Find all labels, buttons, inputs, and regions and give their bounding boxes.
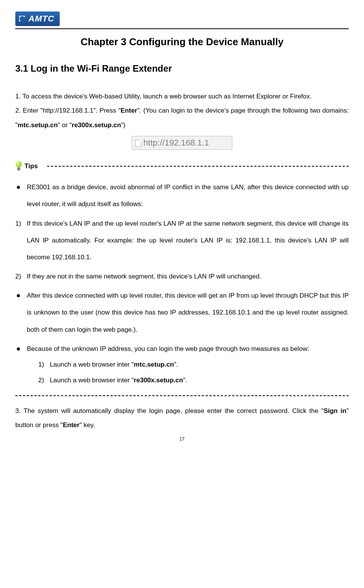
text-fragment: Launch a web browser inter " bbox=[50, 361, 134, 368]
domain-bold: mtc.setup.cn bbox=[134, 361, 174, 368]
list-text: If this device's LAN IP and the up level… bbox=[27, 220, 349, 261]
text-fragment: ") bbox=[121, 121, 126, 129]
list-number: 1) bbox=[38, 357, 44, 372]
numbered-item-1: 1) If this device's LAN IP and the up le… bbox=[15, 215, 349, 266]
brand-logo-text: AMTC bbox=[28, 14, 54, 23]
list-number: 1) bbox=[15, 215, 21, 232]
list-text: Because of the unknown IP address, you c… bbox=[27, 345, 309, 352]
tips-bullet-list: RE3001 as a bridge device, avoid abnorma… bbox=[15, 179, 349, 213]
list-number: 2) bbox=[15, 268, 21, 285]
text-fragment: ". bbox=[174, 361, 178, 368]
enter-keyword: Enter bbox=[63, 421, 79, 429]
tips-label: Tips bbox=[24, 162, 38, 170]
bullet-item-2: After this device connected with up leve… bbox=[15, 287, 349, 338]
chapter-title: Chapter 3 Configuring the Device Manuall… bbox=[15, 36, 349, 48]
paragraph-step-3: 3. The system will automatically display… bbox=[15, 404, 349, 432]
sub-item-1: 1) Launch a web browser inter "mtc.setup… bbox=[38, 357, 349, 372]
header-divider bbox=[15, 28, 349, 29]
bullet-item-3: Because of the unknown IP address, you c… bbox=[15, 341, 349, 388]
text-fragment: " key. bbox=[80, 421, 95, 429]
dashed-divider bbox=[15, 395, 349, 396]
list-number: 2) bbox=[38, 373, 44, 387]
sub-item-2: 2) Launch a web browser inter "re300x.se… bbox=[38, 373, 349, 387]
text-fragment: 3. The system will automatically display… bbox=[15, 407, 323, 414]
tips-header-row: Tips bbox=[15, 161, 349, 171]
tips-numbered-list: 1) If this device's LAN IP and the up le… bbox=[15, 215, 349, 285]
text-fragment: ". bbox=[183, 377, 187, 384]
address-bar-screenshot: http://192.168.1.1 bbox=[15, 136, 349, 150]
text-fragment: " or " bbox=[58, 121, 72, 129]
signin-keyword: Sign in bbox=[323, 407, 346, 414]
text-fragment: Launch a web browser inter " bbox=[50, 377, 134, 384]
lightbulb-icon bbox=[15, 161, 22, 171]
logo-arc-icon bbox=[19, 16, 26, 23]
domain-2: re300x.setup.cn bbox=[72, 121, 121, 129]
domain-bold: re300x.setup.cn bbox=[134, 377, 183, 384]
bullet-item-1: RE3001 as a bridge device, avoid abnorma… bbox=[15, 179, 349, 213]
dashed-line bbox=[47, 166, 349, 167]
paragraph-step-2: 2. Enter "http://192.168.1.1". Press "En… bbox=[15, 103, 349, 132]
browser-address-bar: http://192.168.1.1 bbox=[132, 136, 232, 150]
tips-bullet-list-2: After this device connected with up leve… bbox=[15, 287, 349, 388]
text-fragment: 2. Enter "http://192.168.1.1". Press " bbox=[15, 107, 121, 114]
paragraph-step-1: 1. To access the device's Web-based Util… bbox=[15, 89, 349, 103]
page-header: AMTC bbox=[15, 11, 349, 26]
address-bar-text: http://192.168.1.1 bbox=[144, 138, 209, 147]
sub-numbered-list: 1) Launch a web browser inter "mtc.setup… bbox=[38, 357, 349, 388]
domain-1: mtc.setup.cn bbox=[18, 121, 58, 129]
list-text: If they are not in the same network segm… bbox=[27, 273, 261, 280]
page-number: 17 bbox=[15, 436, 349, 442]
document-page: AMTC Chapter 3 Configuring the Device Ma… bbox=[0, 0, 364, 449]
enter-keyword: Enter bbox=[121, 107, 137, 114]
numbered-item-2: 2) If they are not in the same network s… bbox=[15, 268, 349, 285]
section-title: 3.1 Log in the Wi-Fi Range Extender bbox=[15, 63, 349, 74]
page-icon bbox=[135, 140, 141, 147]
brand-logo: AMTC bbox=[15, 11, 60, 26]
